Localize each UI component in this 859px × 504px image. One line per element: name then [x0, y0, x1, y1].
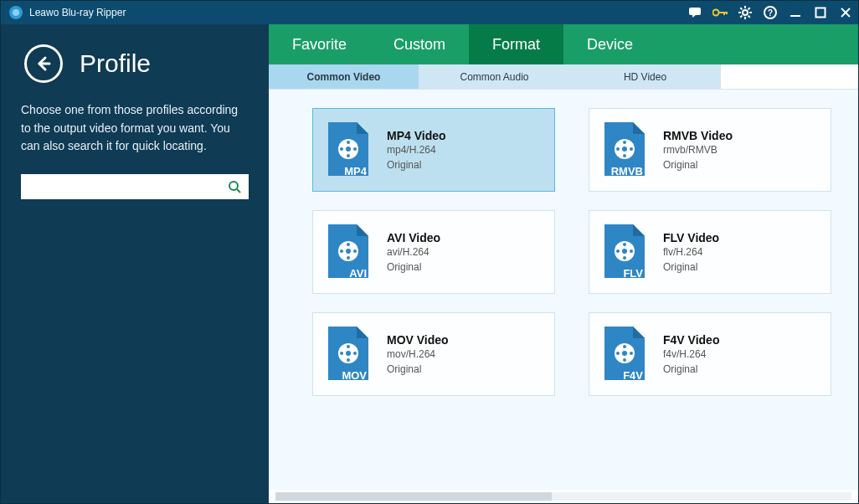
- svg-rect-2: [689, 8, 701, 15]
- sub-tabs: Common Video Common Audio HD Video: [269, 64, 858, 90]
- format-quality: Original: [387, 261, 440, 273]
- svg-point-58: [353, 352, 357, 355]
- topnav-tab-device[interactable]: Device: [563, 24, 656, 64]
- settings-button[interactable]: [733, 1, 758, 24]
- format-quality: Original: [663, 261, 719, 273]
- scrollbar-thumb[interactable]: [275, 492, 552, 501]
- file-type-icon: MOV: [325, 325, 372, 383]
- svg-point-55: [347, 345, 350, 348]
- app-window: Leawo Blu-ray Ripper ?: [0, 0, 859, 504]
- titlebar: Leawo Blu-ray Ripper ?: [1, 1, 858, 24]
- body: Profile Choose one from those profiles a…: [1, 24, 858, 503]
- horizontal-scrollbar[interactable]: [269, 490, 858, 503]
- arrow-left-icon: [34, 54, 53, 73]
- svg-point-26: [346, 147, 351, 152]
- svg-line-13: [748, 16, 750, 18]
- svg-text:AVI: AVI: [349, 267, 367, 280]
- content: Favorite Custom Format Device Common Vid…: [269, 24, 858, 503]
- format-subtitle: mov/H.264: [387, 348, 449, 360]
- search-icon: [228, 180, 241, 193]
- search-input[interactable]: [21, 174, 220, 199]
- page-title: Profile: [80, 49, 151, 78]
- format-subtitle: mp4/H.264: [387, 144, 446, 156]
- svg-point-37: [630, 147, 633, 151]
- format-card-mp4[interactable]: MP4 MP4 Video mp4/H.264 Original: [312, 108, 555, 192]
- help-button[interactable]: ?: [758, 1, 783, 24]
- svg-point-65: [630, 352, 633, 355]
- svg-point-43: [340, 249, 343, 253]
- svg-rect-18: [790, 15, 800, 17]
- back-button[interactable]: [24, 44, 63, 83]
- subtab-hd-video[interactable]: HD Video: [570, 64, 721, 89]
- file-type-icon: FLV: [601, 223, 648, 281]
- format-card-avi[interactable]: AVI AVI Video avi/H.264 Original: [312, 210, 555, 294]
- subtab-common-audio[interactable]: Common Audio: [419, 64, 570, 89]
- svg-point-28: [347, 154, 350, 157]
- format-card-rmvb[interactable]: RMVB RMVB Video rmvb/RMVB Original: [589, 108, 831, 192]
- maximize-button[interactable]: [808, 1, 833, 24]
- format-card-text: RMVB Video rmvb/RMVB Original: [663, 129, 733, 171]
- search-button[interactable]: [220, 174, 249, 199]
- svg-text:?: ?: [768, 8, 773, 18]
- svg-point-57: [340, 352, 343, 355]
- app-logo-icon: [8, 4, 24, 21]
- svg-rect-5: [723, 12, 725, 15]
- format-title: FLV Video: [663, 231, 719, 244]
- minimize-button[interactable]: [783, 1, 808, 24]
- format-card-f4v[interactable]: F4V F4V Video f4v/H.264 Original: [589, 312, 831, 396]
- topnav-tab-format[interactable]: Format: [469, 24, 563, 64]
- svg-point-33: [622, 147, 627, 152]
- format-card-text: FLV Video flv/H.264 Original: [663, 231, 719, 273]
- format-subtitle: flv/H.264: [663, 246, 719, 258]
- svg-line-24: [237, 189, 240, 193]
- scrollbar-track: [275, 492, 851, 501]
- format-card-flv[interactable]: FLV FLV Video flv/H.264 Original: [589, 210, 831, 294]
- svg-point-42: [347, 256, 350, 260]
- subtab-empty: [721, 64, 858, 89]
- feedback-button[interactable]: [682, 1, 707, 24]
- format-subtitle: f4v/H.264: [663, 348, 719, 360]
- svg-text:RMVB: RMVB: [611, 165, 643, 177]
- sidebar-header: Profile: [24, 44, 249, 83]
- format-title: MOV Video: [387, 333, 449, 347]
- format-card-text: MOV Video mov/H.264 Original: [387, 333, 449, 375]
- svg-text:FLV: FLV: [623, 267, 643, 280]
- format-grid-wrap: MP4 MP4 Video mp4/H.264 Original RMVB RM…: [269, 90, 858, 490]
- svg-point-63: [623, 358, 626, 362]
- svg-point-48: [623, 243, 626, 246]
- svg-text:MOV: MOV: [342, 369, 367, 382]
- format-card-text: F4V Video f4v/H.264 Original: [663, 333, 719, 375]
- format-card-text: AVI Video avi/H.264 Original: [387, 231, 440, 273]
- sidebar-description: Choose one from those profiles according…: [21, 101, 240, 156]
- file-type-icon: MP4: [325, 121, 372, 179]
- app-title: Leawo Blu-ray Ripper: [29, 7, 126, 18]
- format-title: AVI Video: [387, 231, 440, 244]
- svg-point-44: [353, 249, 357, 253]
- svg-point-61: [622, 351, 627, 356]
- svg-point-56: [347, 358, 350, 362]
- topnav-tab-custom[interactable]: Custom: [370, 24, 469, 64]
- format-card-mov[interactable]: MOV MOV Video mov/H.264 Original: [312, 312, 555, 396]
- format-title: RMVB Video: [663, 129, 733, 142]
- subtab-common-video[interactable]: Common Video: [269, 64, 419, 89]
- close-button[interactable]: [833, 1, 858, 24]
- search-box: [21, 174, 249, 199]
- svg-point-49: [623, 256, 626, 260]
- format-title: MP4 Video: [387, 129, 446, 142]
- top-nav: Favorite Custom Format Device: [269, 24, 858, 64]
- svg-text:F4V: F4V: [623, 369, 643, 382]
- svg-text:MP4: MP4: [344, 165, 368, 177]
- format-quality: Original: [387, 159, 446, 171]
- svg-point-41: [347, 243, 350, 246]
- format-title: F4V Video: [663, 333, 719, 347]
- svg-point-40: [346, 249, 351, 254]
- license-key-button[interactable]: [707, 1, 733, 24]
- svg-point-7: [743, 10, 748, 15]
- format-quality: Original: [663, 159, 733, 171]
- svg-point-36: [616, 147, 620, 151]
- svg-point-34: [623, 141, 626, 144]
- format-card-text: MP4 Video mp4/H.264 Original: [387, 129, 446, 171]
- svg-point-27: [347, 141, 350, 144]
- topnav-tab-favorite[interactable]: Favorite: [269, 24, 370, 64]
- svg-point-54: [346, 351, 351, 356]
